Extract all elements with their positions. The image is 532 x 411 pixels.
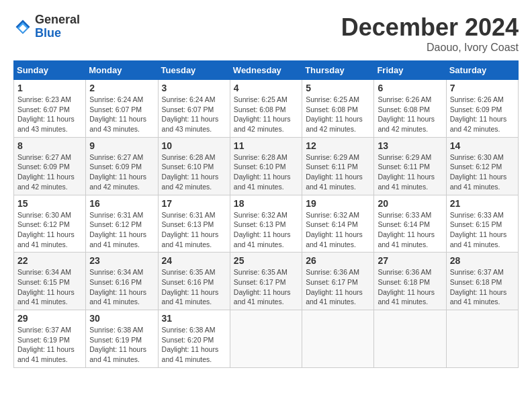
day-info: Sunrise: 6:36 AM Sunset: 6:18 PM Dayligh…	[378, 267, 442, 307]
day-info: Sunrise: 6:30 AM Sunset: 6:12 PM Dayligh…	[17, 210, 82, 250]
calendar-cell	[374, 310, 446, 368]
calendar-cell: 13 Sunrise: 6:29 AM Sunset: 6:11 PM Dayl…	[374, 137, 446, 195]
calendar-cell: 19 Sunrise: 6:32 AM Sunset: 6:14 PM Dayl…	[302, 195, 374, 253]
day-info: Sunrise: 6:24 AM Sunset: 6:07 PM Dayligh…	[162, 95, 226, 134]
day-number: 29	[17, 313, 82, 324]
day-info: Sunrise: 6:25 AM Sunset: 6:08 PM Dayligh…	[234, 95, 298, 134]
calendar-cell: 22 Sunrise: 6:34 AM Sunset: 6:15 PM Dayl…	[14, 253, 86, 310]
weekday-monday: Monday	[86, 61, 158, 80]
calendar-cell: 6 Sunrise: 6:26 AM Sunset: 6:08 PM Dayli…	[374, 80, 446, 138]
calendar-cell: 4 Sunrise: 6:25 AM Sunset: 6:08 PM Dayli…	[230, 80, 302, 138]
calendar-cell: 26 Sunrise: 6:36 AM Sunset: 6:17 PM Dayl…	[302, 253, 374, 310]
day-info: Sunrise: 6:23 AM Sunset: 6:07 PM Dayligh…	[17, 95, 82, 134]
day-number: 6	[378, 83, 442, 93]
calendar-week-2: 8 Sunrise: 6:27 AM Sunset: 6:09 PM Dayli…	[14, 137, 519, 195]
day-number: 2	[89, 83, 154, 93]
calendar-cell: 28 Sunrise: 6:37 AM Sunset: 6:18 PM Dayl…	[446, 253, 518, 310]
calendar-cell: 21 Sunrise: 6:33 AM Sunset: 6:15 PM Dayl…	[446, 195, 518, 253]
calendar-cell: 2 Sunrise: 6:24 AM Sunset: 6:07 PM Dayli…	[86, 80, 158, 138]
weekday-friday: Friday	[374, 61, 446, 80]
calendar-body: 1 Sunrise: 6:23 AM Sunset: 6:07 PM Dayli…	[14, 80, 519, 368]
calendar-cell	[446, 310, 518, 368]
calendar-cell: 9 Sunrise: 6:27 AM Sunset: 6:09 PM Dayli…	[86, 137, 158, 195]
calendar-week-4: 22 Sunrise: 6:34 AM Sunset: 6:15 PM Dayl…	[14, 253, 519, 310]
calendar-cell: 23 Sunrise: 6:34 AM Sunset: 6:16 PM Dayl…	[86, 253, 158, 310]
day-info: Sunrise: 6:38 AM Sunset: 6:20 PM Dayligh…	[162, 325, 226, 365]
calendar-week-1: 1 Sunrise: 6:23 AM Sunset: 6:07 PM Dayli…	[14, 80, 519, 138]
day-number: 11	[234, 140, 298, 151]
day-info: Sunrise: 6:33 AM Sunset: 6:14 PM Dayligh…	[378, 210, 442, 250]
day-info: Sunrise: 6:25 AM Sunset: 6:08 PM Dayligh…	[306, 95, 370, 134]
day-info: Sunrise: 6:30 AM Sunset: 6:12 PM Dayligh…	[450, 152, 515, 192]
calendar-cell: 8 Sunrise: 6:27 AM Sunset: 6:09 PM Dayli…	[14, 137, 86, 195]
day-info: Sunrise: 6:37 AM Sunset: 6:18 PM Dayligh…	[450, 267, 515, 307]
weekday-tuesday: Tuesday	[158, 61, 230, 80]
month-title: December 2024	[341, 13, 519, 42]
day-number: 10	[162, 140, 226, 151]
calendar-cell	[302, 310, 374, 368]
calendar-cell: 15 Sunrise: 6:30 AM Sunset: 6:12 PM Dayl…	[14, 195, 86, 253]
calendar-cell: 16 Sunrise: 6:31 AM Sunset: 6:12 PM Dayl…	[86, 195, 158, 253]
day-info: Sunrise: 6:35 AM Sunset: 6:17 PM Dayligh…	[234, 267, 298, 307]
day-number: 13	[378, 140, 442, 151]
calendar-cell: 3 Sunrise: 6:24 AM Sunset: 6:07 PM Dayli…	[158, 80, 230, 138]
weekday-sunday: Sunday	[14, 61, 86, 80]
calendar-cell: 1 Sunrise: 6:23 AM Sunset: 6:07 PM Dayli…	[14, 80, 86, 138]
day-info: Sunrise: 6:34 AM Sunset: 6:16 PM Dayligh…	[89, 267, 154, 307]
calendar-cell: 18 Sunrise: 6:32 AM Sunset: 6:13 PM Dayl…	[230, 195, 302, 253]
day-number: 24	[162, 255, 226, 266]
day-number: 7	[450, 83, 515, 93]
day-info: Sunrise: 6:33 AM Sunset: 6:15 PM Dayligh…	[450, 210, 515, 250]
page-header: General Blue December 2024 Daouo, Ivory …	[13, 13, 519, 54]
calendar-cell: 12 Sunrise: 6:29 AM Sunset: 6:11 PM Dayl…	[302, 137, 374, 195]
location-text: Daouo, Ivory Coast	[341, 42, 519, 54]
day-number: 30	[89, 313, 154, 324]
day-info: Sunrise: 6:37 AM Sunset: 6:19 PM Dayligh…	[17, 325, 82, 365]
day-number: 17	[162, 198, 226, 209]
calendar-cell: 7 Sunrise: 6:26 AM Sunset: 6:09 PM Dayli…	[446, 80, 518, 138]
calendar-week-3: 15 Sunrise: 6:30 AM Sunset: 6:12 PM Dayl…	[14, 195, 519, 253]
day-info: Sunrise: 6:28 AM Sunset: 6:10 PM Dayligh…	[234, 152, 298, 192]
day-number: 18	[234, 198, 298, 209]
day-info: Sunrise: 6:35 AM Sunset: 6:16 PM Dayligh…	[162, 267, 226, 307]
calendar-cell: 11 Sunrise: 6:28 AM Sunset: 6:10 PM Dayl…	[230, 137, 302, 195]
day-info: Sunrise: 6:27 AM Sunset: 6:09 PM Dayligh…	[89, 152, 154, 192]
day-number: 22	[17, 255, 82, 266]
day-info: Sunrise: 6:28 AM Sunset: 6:10 PM Dayligh…	[162, 152, 226, 192]
calendar-cell: 17 Sunrise: 6:31 AM Sunset: 6:13 PM Dayl…	[158, 195, 230, 253]
logo-text: General Blue	[35, 13, 80, 40]
calendar-cell: 10 Sunrise: 6:28 AM Sunset: 6:10 PM Dayl…	[158, 137, 230, 195]
day-number: 23	[89, 255, 154, 266]
day-info: Sunrise: 6:26 AM Sunset: 6:09 PM Dayligh…	[450, 95, 515, 134]
day-number: 20	[378, 198, 442, 209]
calendar-cell: 27 Sunrise: 6:36 AM Sunset: 6:18 PM Dayl…	[374, 253, 446, 310]
day-info: Sunrise: 6:38 AM Sunset: 6:19 PM Dayligh…	[89, 325, 154, 365]
calendar-week-5: 29 Sunrise: 6:37 AM Sunset: 6:19 PM Dayl…	[14, 310, 519, 368]
day-number: 4	[234, 83, 298, 93]
day-number: 19	[306, 198, 370, 209]
calendar-cell: 20 Sunrise: 6:33 AM Sunset: 6:14 PM Dayl…	[374, 195, 446, 253]
day-info: Sunrise: 6:31 AM Sunset: 6:12 PM Dayligh…	[89, 210, 154, 250]
calendar-table: SundayMondayTuesdayWednesdayThursdayFrid…	[13, 60, 519, 368]
calendar-cell: 29 Sunrise: 6:37 AM Sunset: 6:19 PM Dayl…	[14, 310, 86, 368]
logo-blue-text: Blue	[35, 27, 80, 40]
calendar-cell	[230, 310, 302, 368]
weekday-thursday: Thursday	[302, 61, 374, 80]
title-block: December 2024 Daouo, Ivory Coast	[341, 13, 519, 54]
day-info: Sunrise: 6:26 AM Sunset: 6:08 PM Dayligh…	[378, 95, 442, 134]
day-info: Sunrise: 6:36 AM Sunset: 6:17 PM Dayligh…	[306, 267, 370, 307]
day-number: 31	[162, 313, 226, 324]
day-number: 26	[306, 255, 370, 266]
day-info: Sunrise: 6:32 AM Sunset: 6:14 PM Dayligh…	[306, 210, 370, 250]
day-info: Sunrise: 6:24 AM Sunset: 6:07 PM Dayligh…	[89, 95, 154, 134]
day-number: 16	[89, 198, 154, 209]
day-info: Sunrise: 6:34 AM Sunset: 6:15 PM Dayligh…	[17, 267, 82, 307]
logo-icon	[13, 17, 32, 36]
calendar-cell: 25 Sunrise: 6:35 AM Sunset: 6:17 PM Dayl…	[230, 253, 302, 310]
weekday-header-row: SundayMondayTuesdayWednesdayThursdayFrid…	[14, 61, 519, 80]
logo-general-text: General	[35, 13, 80, 27]
calendar-cell: 31 Sunrise: 6:38 AM Sunset: 6:20 PM Dayl…	[158, 310, 230, 368]
day-number: 8	[17, 140, 82, 151]
day-info: Sunrise: 6:29 AM Sunset: 6:11 PM Dayligh…	[378, 152, 442, 192]
day-info: Sunrise: 6:31 AM Sunset: 6:13 PM Dayligh…	[162, 210, 226, 250]
